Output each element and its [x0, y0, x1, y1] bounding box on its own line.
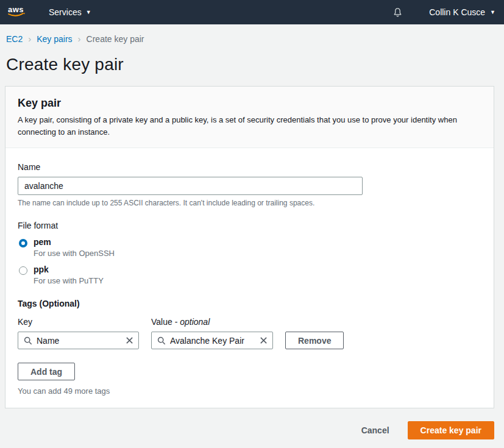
page-title: Create key pair [0, 44, 504, 74]
radio-texts: ppk For use with PuTTY [34, 265, 104, 285]
svg-text:aws: aws [8, 5, 24, 14]
tag-key-label: Key [18, 317, 139, 327]
close-icon [260, 336, 268, 344]
remove-tag-button[interactable]: Remove [285, 332, 344, 349]
tag-value-searchbox [151, 332, 273, 349]
tags-grid: Key Value - optional [18, 317, 481, 349]
radio-pem-label: pem [34, 237, 115, 247]
create-key-pair-button[interactable]: Create key pair [408, 421, 494, 439]
tags-group: Tags (Optional) Key Value - optional [18, 299, 481, 396]
panel-header: Key pair A key pair, consisting of a pri… [5, 87, 494, 148]
clear-key-button[interactable] [126, 336, 133, 344]
add-tag-button[interactable]: Add tag [18, 363, 75, 380]
user-name: Collin K Cusce [429, 7, 485, 17]
notifications-button[interactable] [392, 7, 403, 18]
radio-texts: pem For use with OpenSSH [34, 237, 115, 258]
file-format-label: File format [18, 221, 481, 230]
clear-value-button[interactable] [260, 336, 268, 344]
chevron-down-icon: ▼ [86, 10, 91, 15]
breadcrumb-link-ec2[interactable]: EC2 [6, 34, 23, 44]
search-icon [24, 336, 32, 345]
chevron-right-icon: › [78, 34, 81, 43]
radio-option-pem[interactable]: pem For use with OpenSSH [18, 237, 481, 258]
services-menu[interactable]: Services ▼ [49, 7, 91, 17]
panel-title: Key pair [18, 97, 481, 110]
search-icon [157, 336, 166, 345]
radio-ppk-label: ppk [34, 265, 104, 274]
tag-key-searchbox [18, 332, 139, 349]
user-account-menu[interactable]: Collin K Cusce ▼ [429, 7, 495, 17]
cancel-button[interactable]: Cancel [361, 425, 389, 435]
breadcrumb: EC2 › Key pairs › Create key pair [0, 24, 504, 44]
bell-icon [392, 7, 403, 18]
aws-logo-icon: aws [6, 4, 28, 19]
name-input[interactable] [18, 177, 363, 195]
radio-pem-description: For use with OpenSSH [34, 249, 115, 258]
tag-value-label-prefix: Value - [151, 317, 180, 327]
close-icon [126, 336, 133, 344]
tags-title: Tags (Optional) [18, 299, 481, 308]
tags-remaining-text: You can add 49 more tags [18, 386, 481, 396]
breadcrumb-current: Create key pair [87, 34, 144, 44]
tag-key-input[interactable] [37, 336, 121, 346]
chevron-down-icon: ▼ [490, 10, 495, 15]
name-field-group: Name The name can include up to 255 ASCI… [18, 162, 481, 207]
top-navigation-bar: aws Services ▼ Collin K Cusce ▼ [0, 0, 504, 24]
name-label: Name [18, 162, 481, 172]
tag-value-input[interactable] [170, 336, 255, 346]
breadcrumb-link-key-pairs[interactable]: Key pairs [37, 34, 72, 44]
form-actions: Cancel Create key pair [5, 421, 494, 439]
panel-description: A key pair, consisting of a private key … [18, 114, 481, 138]
name-constraint-text: The name can include up to 255 ASCII cha… [18, 199, 481, 207]
services-menu-label: Services [49, 7, 82, 17]
radio-unselected-icon[interactable] [19, 266, 27, 275]
radio-selected-icon[interactable] [19, 239, 27, 247]
tag-value-label-optional: optional [180, 317, 210, 327]
file-format-group: File format pem For use with OpenSSH ppk… [18, 221, 481, 285]
chevron-right-icon: › [28, 34, 31, 43]
radio-option-ppk[interactable]: ppk For use with PuTTY [18, 265, 481, 285]
radio-ppk-description: For use with PuTTY [34, 276, 104, 285]
tag-value-label: Value - optional [151, 317, 273, 327]
key-pair-panel: Key pair A key pair, consisting of a pri… [5, 86, 494, 408]
panel-body: Name The name can include up to 255 ASCI… [5, 148, 494, 408]
aws-logo[interactable]: aws [6, 4, 28, 21]
